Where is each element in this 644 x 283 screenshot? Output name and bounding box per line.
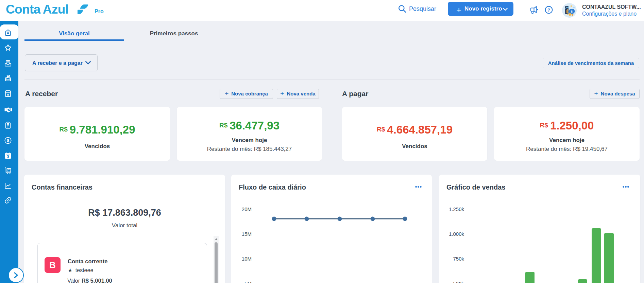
svg-text:1.000k: 1.000k <box>449 231 464 237</box>
svg-text:15M: 15M <box>242 231 252 237</box>
svg-text:10M: 10M <box>242 256 252 262</box>
svg-text:5M: 5M <box>244 281 252 283</box>
svg-text:500k: 500k <box>453 281 464 283</box>
svg-text:$: $ <box>7 155 9 158</box>
svg-text:20M: 20M <box>242 206 252 212</box>
svg-text:$: $ <box>7 138 9 143</box>
svg-text:$: $ <box>571 10 573 13</box>
svg-text:?: ? <box>547 7 550 13</box>
svg-text:750k: 750k <box>453 256 464 262</box>
svg-text:1.250k: 1.250k <box>449 206 464 212</box>
